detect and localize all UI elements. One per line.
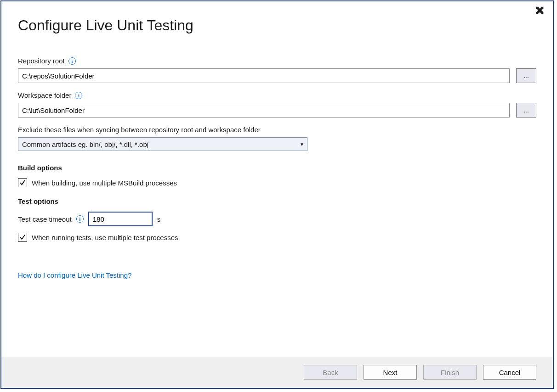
- dialog-content: Configure Live Unit Testing Repository r…: [1, 1, 553, 357]
- multi-test-process-label: When running tests, use multiple test pr…: [32, 234, 178, 241]
- multi-msbuild-label: When building, use multiple MSBuild proc…: [32, 179, 177, 187]
- multi-test-process-row: When running tests, use multiple test pr…: [18, 233, 536, 242]
- dialog-window: 🗙 Configure Live Unit Testing Repository…: [0, 0, 554, 389]
- back-button[interactable]: Back: [304, 365, 357, 380]
- workspace-browse-button[interactable]: ...: [516, 103, 536, 118]
- multi-msbuild-row: When building, use multiple MSBuild proc…: [18, 178, 536, 187]
- help-link[interactable]: How do I configure Live Unit Testing?: [18, 271, 131, 279]
- repo-root-browse-button[interactable]: ...: [516, 68, 536, 83]
- info-icon[interactable]: i: [75, 92, 82, 99]
- timeout-row: Test case timeout i s: [18, 212, 536, 226]
- test-options-heading: Test options: [18, 197, 536, 205]
- workspace-label: Workspace folder: [18, 91, 71, 99]
- exclude-label: Exclude these files when syncing between…: [18, 126, 536, 134]
- timeout-label: Test case timeout: [18, 215, 72, 223]
- repo-root-label-row: Repository root i: [18, 57, 536, 65]
- multi-test-process-checkbox[interactable]: [18, 233, 27, 242]
- dialog-footer: Back Next Finish Cancel: [1, 357, 553, 388]
- workspace-row: ...: [18, 103, 536, 118]
- close-icon[interactable]: 🗙: [535, 6, 545, 15]
- exclude-dropdown[interactable]: Common artifacts eg. bin/, obj/, *.dll, …: [18, 137, 307, 151]
- page-title: Configure Live Unit Testing: [18, 17, 536, 34]
- exclude-selected: Common artifacts eg. bin/, obj/, *.dll, …: [22, 140, 148, 148]
- next-button[interactable]: Next: [364, 365, 417, 380]
- info-icon[interactable]: i: [68, 57, 76, 65]
- workspace-input[interactable]: [18, 103, 510, 118]
- build-options-heading: Build options: [18, 164, 536, 172]
- info-icon[interactable]: i: [76, 215, 84, 223]
- chevron-down-icon: ▼: [300, 142, 304, 147]
- repo-root-row: ...: [18, 68, 536, 83]
- repo-root-label: Repository root: [18, 57, 65, 65]
- repo-root-input[interactable]: [18, 68, 510, 83]
- timeout-input[interactable]: [88, 212, 153, 226]
- cancel-button[interactable]: Cancel: [483, 365, 536, 380]
- workspace-label-row: Workspace folder i: [18, 91, 536, 99]
- multi-msbuild-checkbox[interactable]: [18, 178, 27, 187]
- finish-button[interactable]: Finish: [423, 365, 477, 380]
- timeout-unit: s: [157, 215, 161, 223]
